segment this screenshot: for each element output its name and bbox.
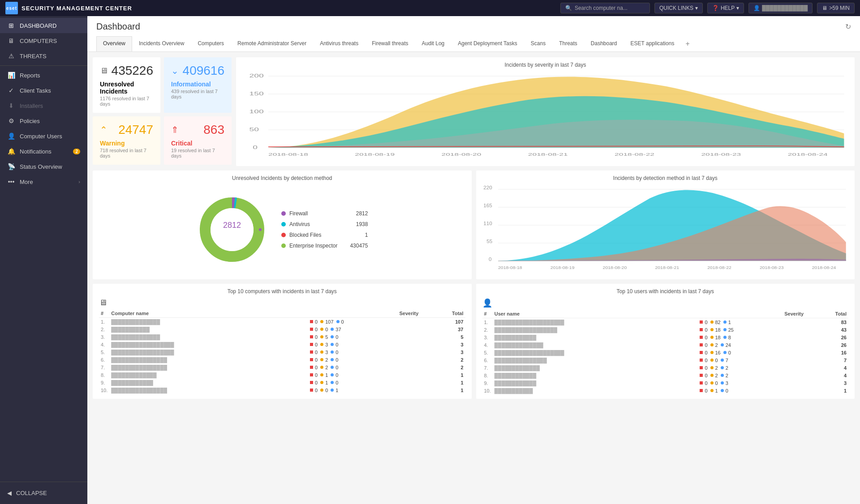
severity-cell: 0 3 0 bbox=[308, 348, 420, 356]
sidebar-item-installers[interactable]: ⬇ Installers bbox=[0, 98, 87, 113]
table-row: 10. ███████████ 0 1 0 1 bbox=[482, 387, 849, 394]
search-box[interactable]: 🔍 Search computer na... bbox=[560, 3, 650, 13]
svg-text:0: 0 bbox=[253, 145, 258, 150]
svg-text:110: 110 bbox=[483, 221, 492, 226]
tab-overview[interactable]: Overview bbox=[96, 36, 132, 51]
blocked-files-label: Blocked Files bbox=[289, 232, 321, 238]
sidebar-item-status-overview[interactable]: 📡 Status Overview bbox=[0, 159, 87, 174]
collapse-icon: ◀ bbox=[7, 490, 12, 496]
tab-agent-deployment[interactable]: Agent Deployment Tasks bbox=[451, 36, 524, 51]
tab-computers[interactable]: Computers bbox=[191, 36, 231, 51]
row-num: 8. bbox=[482, 372, 493, 379]
add-tab-button[interactable]: + bbox=[681, 36, 694, 51]
refresh-button[interactable]: ↻ bbox=[845, 22, 851, 31]
sidebar-item-notifications[interactable]: 🔔 Notifications 2 bbox=[0, 144, 87, 159]
tab-remote-admin[interactable]: Remote Administrator Server bbox=[231, 36, 313, 51]
sidebar-item-threats[interactable]: ⚠ THREATS bbox=[0, 48, 87, 64]
total-cell: 1 bbox=[420, 379, 465, 386]
user-name: ████████████████████ bbox=[493, 318, 698, 326]
status-icon: 📡 bbox=[7, 163, 15, 170]
svg-text:2018-08-20: 2018-08-20 bbox=[602, 265, 627, 270]
total-cell: 4 bbox=[805, 364, 848, 372]
top-computers-title: Top 10 computers with incidents in last … bbox=[99, 288, 465, 295]
users-table: # User name Severity Total 1. ██████████… bbox=[482, 310, 849, 394]
sidebar-item-reports[interactable]: 📊 Reports bbox=[0, 68, 87, 83]
row-num: 9. bbox=[99, 379, 109, 386]
stat-cards: 🖥 435226 Unresolved Incidents 1176 resol… bbox=[93, 57, 232, 166]
total-cell: 4 bbox=[805, 372, 848, 379]
total-cell: 3 bbox=[420, 348, 465, 356]
user-name: ██████████████████ bbox=[493, 326, 698, 333]
sidebar-item-client-tasks[interactable]: ✓ Client Tasks bbox=[0, 83, 87, 98]
severity-cell: 0 3 0 bbox=[308, 341, 420, 348]
sidebar-item-more[interactable]: ••• More › bbox=[0, 174, 87, 189]
tab-eset-apps[interactable]: ESET applications bbox=[624, 36, 681, 51]
sidebar-item-policies[interactable]: ⚙ Policies bbox=[0, 113, 87, 128]
sidebar-item-computers[interactable]: 🖥 COMPUTERS bbox=[0, 33, 87, 48]
severity-chart-panel: Incidents by severity in last 7 days 200… bbox=[236, 57, 855, 166]
warning-label: Warning bbox=[100, 140, 153, 147]
tab-scans[interactable]: Scans bbox=[524, 36, 552, 51]
tab-firewall[interactable]: Firewall threats bbox=[365, 36, 415, 51]
svg-text:2018-08-21: 2018-08-21 bbox=[655, 265, 679, 270]
total-cell: 1 bbox=[805, 387, 848, 394]
svg-point-21 bbox=[211, 208, 254, 251]
session-timer: 🖥 >59 MIN bbox=[817, 3, 855, 13]
help-button[interactable]: ❓ HELP ▾ bbox=[707, 3, 744, 13]
severity-chart-svg: 200 150 100 50 0 bbox=[242, 71, 848, 160]
tab-dashboard2[interactable]: Dashboard bbox=[584, 36, 624, 51]
unresolved-label: Unresolved Incidents bbox=[100, 81, 153, 95]
svg-text:2018-08-18: 2018-08-18 bbox=[498, 265, 522, 270]
computer-name: ████████████████ bbox=[109, 363, 308, 371]
antivirus-count: 1938 bbox=[347, 221, 368, 227]
severity-cell: 0 82 1 bbox=[698, 318, 805, 326]
dashboard-icon: ⊞ bbox=[7, 22, 15, 29]
computer-name: ██████████████████ bbox=[109, 348, 308, 356]
sidebar-item-dashboard[interactable]: ⊞ DASHBOARD bbox=[0, 18, 87, 33]
warning-sublabel: 718 resolved in last 7 days bbox=[100, 148, 153, 158]
computer-name: ███████████ bbox=[109, 325, 308, 333]
table-row: 8. █████████████ 0 1 0 1 bbox=[99, 371, 465, 379]
dashboard-header: Dashboard ↻ Overview Incidents Overview … bbox=[87, 16, 860, 52]
table-row: 3. ██████████████ 0 5 0 5 bbox=[99, 333, 465, 341]
legend-blocked-files: Blocked Files 1 bbox=[281, 232, 368, 238]
table-row: 9. ████████████ 0 0 3 3 bbox=[482, 379, 849, 387]
legend-firewall: Firewall 2812 bbox=[281, 210, 368, 217]
total-cell: 3 bbox=[420, 341, 465, 348]
sidebar-item-label: Installers bbox=[20, 103, 43, 109]
table-row: 2. ███████████ 0 0 37 37 bbox=[99, 325, 465, 333]
svg-text:150: 150 bbox=[249, 91, 263, 96]
total-cell: 1 bbox=[420, 386, 465, 394]
tab-threats[interactable]: Threats bbox=[552, 36, 584, 51]
svg-text:2018-08-24: 2018-08-24 bbox=[788, 152, 828, 157]
detection-chart-panel: Incidents by detection method in last 7 … bbox=[476, 171, 855, 279]
sidebar-item-label: More bbox=[20, 179, 33, 185]
user-table-icon: 👤 bbox=[482, 298, 492, 308]
table-row: 1. ██████████████ 0 107 0 107 bbox=[99, 318, 465, 326]
tab-incidents-overview[interactable]: Incidents Overview bbox=[132, 36, 191, 51]
donut-chart-svg: 2812 bbox=[196, 194, 268, 265]
sidebar-item-label: COMPUTERS bbox=[20, 38, 57, 44]
row-num: 5. bbox=[99, 348, 109, 356]
table-row: 5. ████████████████████ 0 16 0 16 bbox=[482, 349, 849, 356]
row-num: 1. bbox=[99, 318, 109, 326]
user-button[interactable]: 👤 ████████████ bbox=[748, 3, 813, 13]
row-num: 10. bbox=[99, 386, 109, 394]
collapse-button[interactable]: ◀ COLLAPSE bbox=[0, 486, 87, 500]
tab-audit-log[interactable]: Audit Log bbox=[415, 36, 452, 51]
table-row: 10. ████████████████ 0 0 1 1 bbox=[99, 386, 465, 394]
detection-chart-title: Incidents by detection method in last 7 … bbox=[482, 175, 849, 181]
col-severity: Severity bbox=[698, 310, 805, 318]
firewall-count: 2812 bbox=[347, 210, 368, 217]
informational-label: Informational bbox=[171, 81, 224, 88]
chevron-up-icon: ⌃ bbox=[100, 124, 108, 135]
user-name: ████████████ bbox=[493, 372, 698, 379]
computer-table-icon: 🖥 bbox=[99, 298, 107, 308]
sidebar-item-computer-users[interactable]: 👤 Computer Users bbox=[0, 128, 87, 144]
tab-antivirus[interactable]: Antivirus threats bbox=[313, 36, 365, 51]
user-name: ███████████████ bbox=[493, 356, 698, 364]
legend-enterprise-inspector: Enterprise Inspector 430475 bbox=[281, 243, 368, 249]
total-cell: 107 bbox=[420, 318, 465, 326]
total-cell: 3 bbox=[805, 379, 848, 387]
quick-links-button[interactable]: QUICK LINKS ▾ bbox=[654, 3, 703, 13]
